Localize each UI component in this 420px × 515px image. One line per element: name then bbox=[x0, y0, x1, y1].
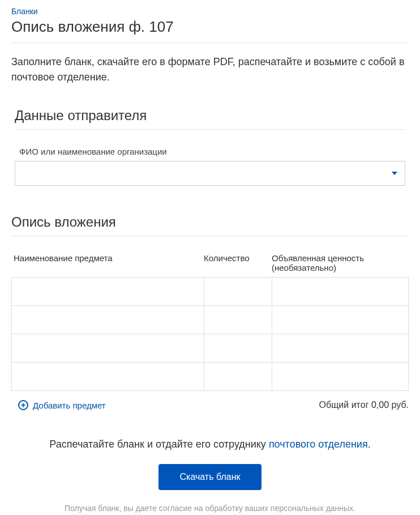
sender-name-input[interactable] bbox=[15, 161, 405, 186]
page-title: Опись вложения ф. 107 bbox=[11, 18, 409, 43]
post-office-link[interactable]: почтового отделения bbox=[269, 439, 368, 450]
plus-circle-icon: + bbox=[18, 400, 28, 410]
inventory-section-title: Опись вложения bbox=[11, 214, 409, 236]
item-qty-input[interactable] bbox=[207, 365, 269, 388]
table-row bbox=[12, 278, 408, 306]
total-text: Общий итог 0,00 руб. bbox=[319, 400, 409, 410]
add-item-button[interactable]: + Добавить предмет bbox=[11, 400, 106, 410]
inventory-table: Наименование предмета Количество Объявле… bbox=[11, 253, 409, 410]
sender-name-select[interactable] bbox=[15, 161, 405, 186]
column-header-name: Наименование предмета bbox=[11, 253, 204, 273]
table-row bbox=[12, 306, 408, 334]
item-value-input[interactable] bbox=[275, 365, 406, 388]
breadcrumb[interactable]: Бланки bbox=[11, 7, 409, 16]
table-header: Наименование предмета Количество Объявле… bbox=[11, 253, 409, 277]
consent-text: Получая бланк, вы даете согласие на обра… bbox=[11, 504, 409, 513]
sender-section: Данные отправителя ФИО или наименование … bbox=[11, 108, 409, 186]
column-header-qty: Количество bbox=[204, 253, 272, 273]
item-name-input[interactable] bbox=[14, 365, 202, 388]
print-instruction: Распечатайте бланк и отдайте его сотрудн… bbox=[11, 439, 409, 450]
item-value-input[interactable] bbox=[275, 308, 406, 331]
table-row bbox=[12, 363, 408, 391]
item-name-input[interactable] bbox=[14, 280, 202, 303]
intro-text: Заполните бланк, скачайте его в формате … bbox=[11, 54, 409, 85]
item-qty-input[interactable] bbox=[207, 280, 269, 303]
item-name-input[interactable] bbox=[14, 308, 202, 331]
item-value-input[interactable] bbox=[275, 280, 406, 303]
download-button[interactable]: Скачать бланк bbox=[158, 464, 262, 490]
column-header-value: Объявленная ценность (необязательно) bbox=[272, 253, 409, 273]
add-item-label: Добавить предмет bbox=[33, 401, 106, 410]
table-body bbox=[11, 277, 409, 391]
item-qty-input[interactable] bbox=[207, 337, 269, 360]
item-name-input[interactable] bbox=[14, 337, 202, 360]
item-qty-input[interactable] bbox=[207, 308, 269, 331]
table-row bbox=[12, 334, 408, 363]
sender-name-label: ФИО или наименование организации bbox=[19, 147, 405, 156]
inventory-section: Опись вложения Наименование предмета Кол… bbox=[11, 214, 409, 410]
item-value-input[interactable] bbox=[275, 337, 406, 360]
table-footer: + Добавить предмет Общий итог 0,00 руб. bbox=[11, 400, 409, 410]
sender-section-title: Данные отправителя bbox=[15, 108, 405, 130]
